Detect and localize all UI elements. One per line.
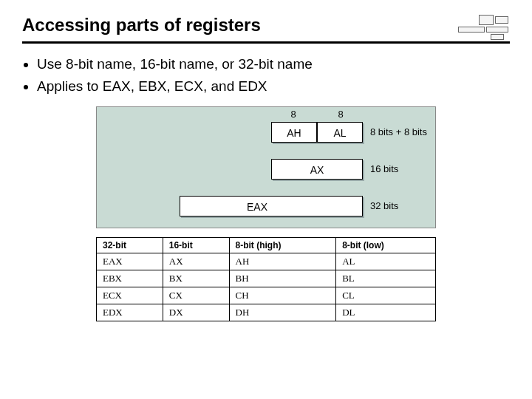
cell: AX — [163, 253, 229, 270]
slide: Accessing parts of registers Use 8-bit n… — [0, 0, 532, 399]
register-name-table: 32-bit 16-bit 8-bit (high) 8-bit (low) E… — [96, 237, 436, 321]
col-32bit: 32-bit — [97, 238, 163, 253]
cell: CX — [163, 287, 229, 304]
col-16bit: 16-bit — [163, 238, 229, 253]
register-diagram: 8 8 AH AL 8 bits + 8 bits AX 16 bits EAX… — [96, 106, 436, 228]
table-row: ECX CX CH CL — [97, 287, 436, 304]
cell: DL — [336, 304, 436, 321]
list-item: Applies to EAX, EBX, ECX, and EDX — [37, 76, 510, 97]
cell: ECX — [97, 287, 163, 304]
bit-desc-16: 16 bits — [370, 163, 398, 174]
reg-box-al: AL — [317, 122, 363, 143]
table-row: EBX BX BH BL — [97, 270, 436, 287]
reg-box-ah: AH — [271, 122, 317, 143]
cell: AH — [229, 253, 336, 270]
page-title: Accessing parts of registers — [22, 15, 261, 35]
table-header-row: 32-bit 16-bit 8-bit (high) 8-bit (low) — [97, 238, 436, 253]
col-8bit-low: 8-bit (low) — [336, 238, 436, 253]
cell: CH — [229, 287, 336, 304]
title-underline — [22, 41, 510, 44]
col-8bit-high: 8-bit (high) — [229, 238, 336, 253]
bit-width-label: 8 — [271, 109, 316, 120]
cell: DX — [163, 304, 229, 321]
bullet-list: Use 8-bit name, 16-bit name, or 32-bit n… — [37, 54, 510, 96]
reg-box-ax: AX — [271, 159, 363, 180]
table-row: EAX AX AH AL — [97, 253, 436, 270]
cell: AL — [336, 253, 436, 270]
cell: BL — [336, 270, 436, 287]
bit-desc-8: 8 bits + 8 bits — [370, 126, 427, 137]
bit-desc-32: 32 bits — [370, 200, 398, 211]
bit-width-label: 8 — [318, 109, 363, 120]
list-item: Use 8-bit name, 16-bit name, or 32-bit n… — [37, 54, 510, 75]
table-row: EDX DX DH DL — [97, 304, 436, 321]
cell: EBX — [97, 270, 163, 287]
cell: BH — [229, 270, 336, 287]
header-row: Accessing parts of registers — [22, 15, 510, 41]
cell: DH — [229, 304, 336, 321]
cell: EAX — [97, 253, 163, 270]
cell: EDX — [97, 304, 163, 321]
cell: CL — [336, 287, 436, 304]
reg-box-eax: EAX — [180, 196, 363, 216]
cell: BX — [163, 270, 229, 287]
computer-icon — [458, 15, 510, 41]
